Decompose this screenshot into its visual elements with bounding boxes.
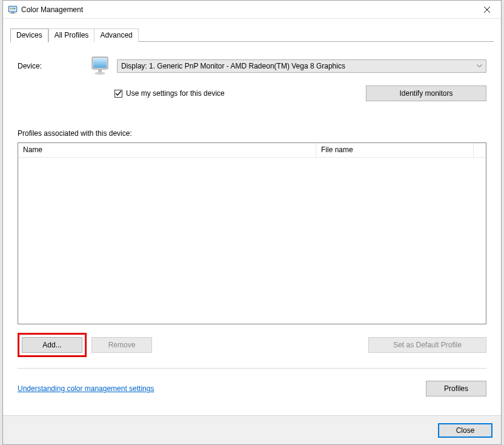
add-button-label: Add...: [42, 341, 61, 349]
identify-monitors-label: Identify monitors: [399, 89, 453, 98]
tabstrip: Devices All Profiles Advanced: [10, 28, 494, 42]
profiles-button[interactable]: Profiles: [426, 381, 486, 396]
use-my-settings-label[interactable]: Use my settings for this device: [126, 89, 225, 98]
remove-button-label: Remove: [108, 341, 136, 349]
svg-rect-6: [10, 13, 15, 13]
close-button-label: Close: [456, 426, 475, 435]
svg-point-4: [14, 7, 16, 9]
svg-point-2: [10, 7, 12, 9]
svg-point-3: [12, 7, 14, 9]
profiles-listview[interactable]: Name File name: [18, 142, 486, 324]
tab-advanced-label: Advanced: [100, 31, 132, 39]
device-row: Device: Display: 1. Generic PnP: [18, 55, 486, 77]
check-icon: [115, 90, 122, 97]
tab-advanced[interactable]: Advanced: [94, 28, 138, 42]
use-settings-row: Use my settings for this device Identify…: [18, 85, 486, 101]
device-dropdown[interactable]: Display: 1. Generic PnP Monitor - AMD Ra…: [117, 59, 486, 73]
listview-header: Name File name: [18, 143, 486, 158]
close-button[interactable]: Close: [438, 423, 492, 438]
profiles-button-label: Profiles: [444, 384, 468, 393]
bottom-row: Understanding color management settings …: [18, 381, 486, 396]
column-spacer: [474, 143, 486, 157]
use-my-settings-checkbox[interactable]: [114, 90, 122, 98]
titlebar: Color Management: [3, 1, 501, 19]
chevron-down-icon: [477, 64, 482, 68]
understanding-link[interactable]: Understanding color management settings: [18, 384, 154, 393]
svg-rect-5: [12, 12, 14, 13]
tab-devices[interactable]: Devices: [10, 28, 48, 42]
monitor-icon: [90, 55, 112, 77]
close-window-button[interactable]: [473, 1, 501, 19]
svg-rect-11: [98, 70, 102, 72]
add-button[interactable]: Add...: [22, 337, 82, 353]
set-default-label: Set as Default Profile: [393, 341, 462, 349]
column-file-name[interactable]: File name: [316, 143, 474, 157]
device-dropdown-value: Display: 1. Generic PnP Monitor - AMD Ra…: [121, 62, 345, 70]
add-button-highlight: Add...: [18, 333, 87, 357]
set-default-profile-button: Set as Default Profile: [368, 337, 486, 353]
close-icon: [484, 7, 490, 13]
window-title: Color Management: [21, 5, 473, 14]
svg-point-12: [94, 72, 105, 75]
color-management-window: Color Management Devices All Profiles Ad…: [2, 0, 502, 445]
svg-rect-10: [93, 58, 107, 68]
identify-monitors-button[interactable]: Identify monitors: [366, 85, 486, 101]
tab-all-profiles-label: All Profiles: [55, 31, 89, 39]
device-label: Device:: [18, 62, 85, 70]
profiles-associated-label: Profiles associated with this device:: [18, 129, 486, 138]
devices-pane: Device: Display: 1. Generic PnP: [3, 42, 501, 415]
remove-button: Remove: [91, 337, 152, 353]
divider: [18, 368, 486, 369]
column-name[interactable]: Name: [18, 143, 316, 157]
dialog-footer: Close: [3, 415, 501, 444]
profile-buttons-row: Add... Remove Set as Default Profile: [18, 333, 486, 357]
understanding-link-label: Understanding color management settings: [18, 384, 154, 393]
tab-devices-label: Devices: [16, 31, 42, 39]
tabstrip-container: Devices All Profiles Advanced: [3, 19, 501, 42]
tab-all-profiles[interactable]: All Profiles: [48, 28, 95, 42]
app-icon: [8, 5, 18, 15]
